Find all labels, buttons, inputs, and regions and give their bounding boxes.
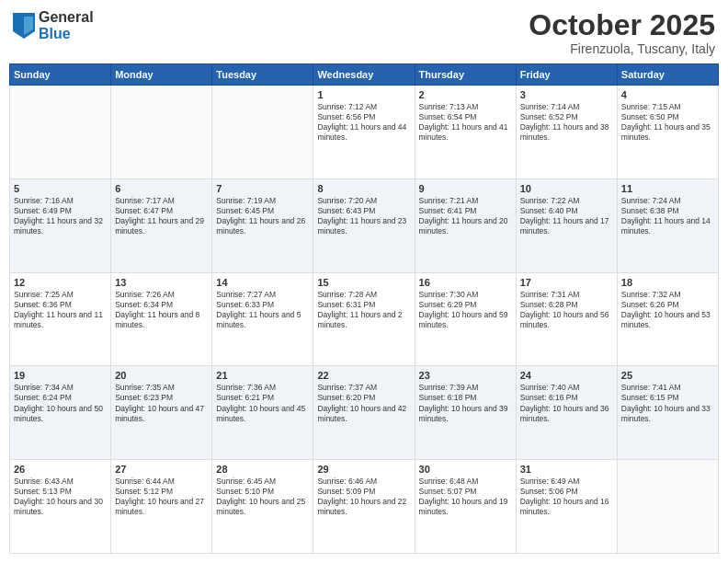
day-number: 23 xyxy=(419,370,512,381)
calendar-cell: 27Sunrise: 6:44 AM Sunset: 5:12 PM Dayli… xyxy=(111,460,212,554)
weekday-header-monday: Monday xyxy=(111,64,212,86)
calendar-cell: 1Sunrise: 7:12 AM Sunset: 6:56 PM Daylig… xyxy=(313,86,415,179)
day-info: Sunrise: 7:17 AM Sunset: 6:47 PM Dayligh… xyxy=(115,196,208,236)
weekday-header-saturday: Saturday xyxy=(617,64,718,86)
calendar-cell xyxy=(212,86,313,179)
day-info: Sunrise: 7:26 AM Sunset: 6:34 PM Dayligh… xyxy=(115,290,208,330)
logo-text: General Blue xyxy=(39,9,94,41)
day-number: 29 xyxy=(317,464,410,475)
day-info: Sunrise: 7:13 AM Sunset: 6:54 PM Dayligh… xyxy=(419,102,512,143)
day-info: Sunrise: 7:12 AM Sunset: 6:56 PM Dayligh… xyxy=(317,102,410,143)
calendar-cell: 2Sunrise: 7:13 AM Sunset: 6:54 PM Daylig… xyxy=(415,86,516,179)
calendar-cell: 26Sunrise: 6:43 AM Sunset: 5:13 PM Dayli… xyxy=(10,460,111,554)
day-number: 2 xyxy=(419,89,512,100)
day-number: 19 xyxy=(14,370,107,381)
day-number: 5 xyxy=(14,183,107,194)
day-info: Sunrise: 6:43 AM Sunset: 5:13 PM Dayligh… xyxy=(14,477,107,517)
calendar-cell: 20Sunrise: 7:35 AM Sunset: 6:23 PM Dayli… xyxy=(111,366,212,460)
day-number: 7 xyxy=(216,183,309,194)
day-number: 28 xyxy=(216,464,309,475)
day-info: Sunrise: 7:41 AM Sunset: 6:15 PM Dayligh… xyxy=(621,383,714,423)
weekday-header-tuesday: Tuesday xyxy=(212,64,313,86)
day-number: 11 xyxy=(621,183,714,194)
day-info: Sunrise: 7:15 AM Sunset: 6:50 PM Dayligh… xyxy=(621,102,714,143)
day-info: Sunrise: 7:20 AM Sunset: 6:43 PM Dayligh… xyxy=(317,196,410,236)
logo-icon xyxy=(13,13,35,39)
calendar-cell: 24Sunrise: 7:40 AM Sunset: 6:16 PM Dayli… xyxy=(516,366,617,460)
weekday-header-wednesday: Wednesday xyxy=(313,64,415,86)
calendar-cell: 22Sunrise: 7:37 AM Sunset: 6:20 PM Dayli… xyxy=(313,366,415,460)
calendar-cell xyxy=(617,460,718,554)
calendar-cell: 11Sunrise: 7:24 AM Sunset: 6:38 PM Dayli… xyxy=(617,178,718,272)
day-number: 4 xyxy=(621,89,714,100)
day-info: Sunrise: 7:31 AM Sunset: 6:28 PM Dayligh… xyxy=(520,290,613,330)
calendar-cell: 28Sunrise: 6:45 AM Sunset: 5:10 PM Dayli… xyxy=(212,460,313,554)
day-number: 25 xyxy=(621,370,714,381)
day-number: 22 xyxy=(317,370,410,381)
day-number: 20 xyxy=(115,370,208,381)
calendar-cell: 8Sunrise: 7:20 AM Sunset: 6:43 PM Daylig… xyxy=(313,178,415,272)
weekday-header-sunday: Sunday xyxy=(10,64,111,86)
page: General Blue October 2025 Firenzuola, Tu… xyxy=(0,0,728,563)
calendar-cell: 3Sunrise: 7:14 AM Sunset: 6:52 PM Daylig… xyxy=(516,86,617,179)
day-number: 8 xyxy=(317,183,410,194)
calendar-cell xyxy=(111,86,212,179)
calendar-cell: 23Sunrise: 7:39 AM Sunset: 6:18 PM Dayli… xyxy=(415,366,516,460)
day-info: Sunrise: 7:25 AM Sunset: 6:36 PM Dayligh… xyxy=(14,290,107,330)
title-section: October 2025 Firenzuola, Tuscany, Italy xyxy=(529,9,715,56)
day-number: 18 xyxy=(621,277,714,288)
weekday-header-thursday: Thursday xyxy=(415,64,516,86)
day-number: 15 xyxy=(317,277,410,288)
day-info: Sunrise: 7:28 AM Sunset: 6:31 PM Dayligh… xyxy=(317,290,410,330)
calendar-week-row: 19Sunrise: 7:34 AM Sunset: 6:24 PM Dayli… xyxy=(10,366,719,460)
day-info: Sunrise: 7:34 AM Sunset: 6:24 PM Dayligh… xyxy=(14,383,107,423)
calendar-week-row: 12Sunrise: 7:25 AM Sunset: 6:36 PM Dayli… xyxy=(10,272,719,366)
calendar-week-row: 1Sunrise: 7:12 AM Sunset: 6:56 PM Daylig… xyxy=(10,86,719,179)
day-number: 9 xyxy=(419,183,512,194)
calendar-cell: 16Sunrise: 7:30 AM Sunset: 6:29 PM Dayli… xyxy=(415,272,516,366)
calendar-cell: 14Sunrise: 7:27 AM Sunset: 6:33 PM Dayli… xyxy=(212,272,313,366)
calendar-cell: 6Sunrise: 7:17 AM Sunset: 6:47 PM Daylig… xyxy=(111,178,212,272)
day-info: Sunrise: 7:37 AM Sunset: 6:20 PM Dayligh… xyxy=(317,383,410,423)
day-number: 26 xyxy=(14,464,107,475)
day-number: 31 xyxy=(520,464,613,475)
day-info: Sunrise: 7:40 AM Sunset: 6:16 PM Dayligh… xyxy=(520,383,613,423)
day-number: 30 xyxy=(419,464,512,475)
calendar-cell: 30Sunrise: 6:48 AM Sunset: 5:07 PM Dayli… xyxy=(415,460,516,554)
calendar-cell: 5Sunrise: 7:16 AM Sunset: 6:49 PM Daylig… xyxy=(10,178,111,272)
day-info: Sunrise: 6:49 AM Sunset: 5:06 PM Dayligh… xyxy=(520,477,613,517)
day-info: Sunrise: 7:19 AM Sunset: 6:45 PM Dayligh… xyxy=(216,196,309,236)
day-info: Sunrise: 6:44 AM Sunset: 5:12 PM Dayligh… xyxy=(115,477,208,517)
day-info: Sunrise: 7:36 AM Sunset: 6:21 PM Dayligh… xyxy=(216,383,309,423)
logo-blue-text: Blue xyxy=(39,26,94,42)
day-number: 3 xyxy=(520,89,613,100)
day-number: 21 xyxy=(216,370,309,381)
calendar-cell: 29Sunrise: 6:46 AM Sunset: 5:09 PM Dayli… xyxy=(313,460,415,554)
calendar-week-row: 5Sunrise: 7:16 AM Sunset: 6:49 PM Daylig… xyxy=(10,178,719,272)
calendar-table: SundayMondayTuesdayWednesdayThursdayFrid… xyxy=(9,63,719,554)
day-info: Sunrise: 7:14 AM Sunset: 6:52 PM Dayligh… xyxy=(520,102,613,143)
location: Firenzuola, Tuscany, Italy xyxy=(529,41,715,56)
calendar-cell: 13Sunrise: 7:26 AM Sunset: 6:34 PM Dayli… xyxy=(111,272,212,366)
month-title: October 2025 xyxy=(529,9,715,41)
calendar-cell: 19Sunrise: 7:34 AM Sunset: 6:24 PM Dayli… xyxy=(10,366,111,460)
day-number: 13 xyxy=(115,277,208,288)
day-info: Sunrise: 7:21 AM Sunset: 6:41 PM Dayligh… xyxy=(419,196,512,236)
header: General Blue October 2025 Firenzuola, Tu… xyxy=(9,9,719,56)
logo-general-text: General xyxy=(39,9,94,26)
day-number: 17 xyxy=(520,277,613,288)
calendar-cell: 7Sunrise: 7:19 AM Sunset: 6:45 PM Daylig… xyxy=(212,178,313,272)
day-number: 12 xyxy=(14,277,107,288)
weekday-header-friday: Friday xyxy=(516,64,617,86)
calendar-cell: 15Sunrise: 7:28 AM Sunset: 6:31 PM Dayli… xyxy=(313,272,415,366)
day-info: Sunrise: 6:46 AM Sunset: 5:09 PM Dayligh… xyxy=(317,477,410,517)
day-number: 24 xyxy=(520,370,613,381)
day-number: 16 xyxy=(419,277,512,288)
day-number: 6 xyxy=(115,183,208,194)
calendar-cell xyxy=(10,86,111,179)
day-number: 10 xyxy=(520,183,613,194)
logo: General Blue xyxy=(13,9,94,41)
calendar-cell: 9Sunrise: 7:21 AM Sunset: 6:41 PM Daylig… xyxy=(415,178,516,272)
weekday-header-row: SundayMondayTuesdayWednesdayThursdayFrid… xyxy=(10,64,719,86)
day-number: 27 xyxy=(115,464,208,475)
